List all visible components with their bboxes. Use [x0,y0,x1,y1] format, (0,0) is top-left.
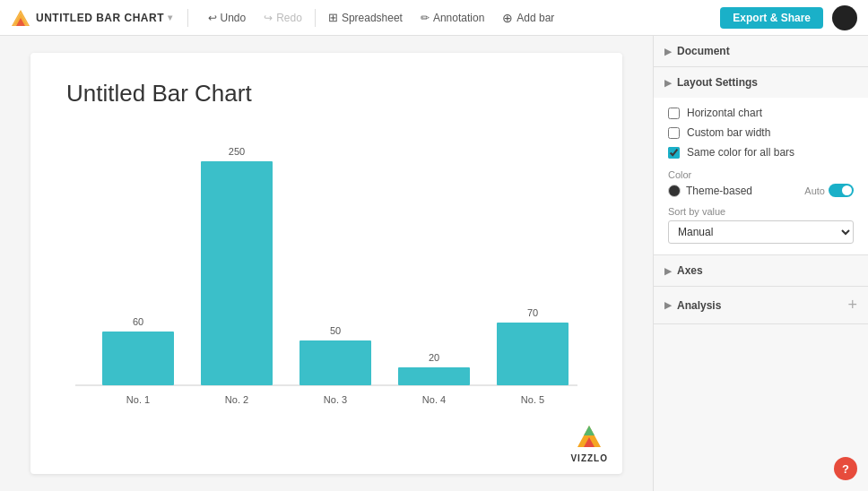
auto-toggle[interactable] [829,184,854,197]
user-avatar[interactable] [832,5,857,30]
bar-1[interactable] [102,332,174,385]
undo-icon: ↩ [208,12,217,24]
topbar-right: Export & Share [720,5,857,30]
chart-area: Untitled Bar Chart 60 No. 1 250 No. 2 [0,36,653,491]
sort-label: Sort by value [668,206,854,217]
main-layout: Untitled Bar Chart 60 No. 1 250 No. 2 [0,36,868,491]
vizzlo-branding: VIZZLO [570,423,608,463]
add-bar-button[interactable]: ⊕ Add bar [497,8,560,28]
chart-card: Untitled Bar Chart 60 No. 1 250 No. 2 [30,53,622,474]
value-label-2: 250 [229,146,245,157]
horizontal-chart-checkbox[interactable] [668,108,680,119]
horizontal-chart-row: Horizontal chart [668,103,854,123]
x-label-5: No. 5 [521,394,544,405]
same-color-label: Same color for all bars [687,146,794,159]
x-label-1: No. 1 [126,394,150,405]
auto-toggle-wrap: Auto [804,184,854,197]
analysis-label: Analysis [677,299,847,312]
undo-button[interactable]: ↩ Undo [203,9,252,27]
x-label-2: No. 2 [225,394,248,405]
same-color-checkbox[interactable] [668,147,680,159]
vizzlo-logo-text: VIZZLO [570,453,608,463]
document-section: ▶ Document [654,36,868,67]
document-label: Document [677,45,857,57]
horizontal-chart-label: Horizontal chart [687,107,762,119]
app-title: UNTITLED BAR CHART ▾ [36,12,173,24]
layout-settings-header[interactable]: ▶ Layout Settings [654,67,868,98]
export-button[interactable]: Export & Share [720,7,823,29]
custom-bar-width-label: Custom bar width [687,126,770,139]
color-swatch[interactable] [668,185,681,197]
same-color-row: Same color for all bars [668,142,854,162]
add-bar-icon: ⊕ [502,11,513,25]
analysis-chevron: ▶ [664,300,672,310]
layout-settings-section: ▶ Layout Settings Horizontal chart Custo… [654,67,868,255]
value-label-1: 60 [133,316,143,327]
title-dropdown-icon[interactable]: ▾ [168,13,173,22]
spreadsheet-icon: ⊞ [328,11,338,24]
redo-label: Redo [276,12,302,24]
color-left: Theme-based [668,185,752,197]
analysis-section: ▶ Analysis + [654,287,868,324]
title-text: UNTITLED BAR CHART [36,12,164,24]
vizzlo-brand-icon [575,423,603,452]
x-label-3: No. 3 [324,394,347,405]
axes-label: Axes [677,264,857,277]
value-label-3: 50 [330,325,341,336]
x-label-4: No. 4 [422,394,446,405]
color-label: Color [668,169,854,180]
topbar: UNTITLED BAR CHART ▾ ↩ Undo ↪ Redo ⊞ Spr… [0,0,868,36]
document-header[interactable]: ▶ Document [654,36,868,66]
annotation-icon: ✏ [421,12,430,24]
document-chevron: ▶ [664,47,672,56]
axes-section: ▶ Axes [654,255,868,287]
color-row: Theme-based Auto [668,184,854,197]
annotation-label: Annotation [433,12,484,24]
bar-4[interactable] [398,367,470,385]
custom-bar-width-checkbox[interactable] [668,127,680,139]
svg-marker-7 [584,426,595,435]
value-label-5: 70 [527,307,538,318]
bar-2[interactable] [201,161,273,385]
add-bar-label: Add bar [516,12,554,24]
value-label-4: 20 [429,352,439,363]
bar-chart-svg: 60 No. 1 250 No. 2 50 No. 3 20 No. 4 70 … [66,125,586,439]
layout-settings-label: Layout Settings [677,76,857,89]
spreadsheet-label: Spreadsheet [342,12,403,24]
redo-button[interactable]: ↪ Redo [258,9,308,27]
undo-label: Undo [221,12,247,24]
annotation-button[interactable]: ✏ Annotation [415,9,490,27]
auto-label: Auto [804,185,825,196]
analysis-header[interactable]: ▶ Analysis + [654,287,868,323]
layout-chevron: ▶ [664,78,672,88]
right-panel: ▶ Document ▶ Layout Settings Horizontal … [653,36,868,491]
topbar-actions: ↩ Undo ↪ Redo ⊞ Spreadsheet ✏ Annotation… [203,8,560,28]
sort-select[interactable]: Manual Ascending Descending [668,220,854,244]
layout-settings-content: Horizontal chart Custom bar width Same c… [654,98,868,254]
chart-title: Untitled Bar Chart [66,80,586,108]
vizzlo-icon [11,8,30,28]
divider-2 [315,9,316,27]
help-button[interactable]: ? [834,457,857,480]
custom-bar-width-row: Custom bar width [668,123,854,142]
divider-1 [187,9,188,27]
analysis-add-button[interactable]: + [847,296,857,314]
bar-3[interactable] [299,340,371,385]
axes-header[interactable]: ▶ Axes [654,255,868,286]
spreadsheet-button[interactable]: ⊞ Spreadsheet [323,8,408,27]
axes-chevron: ▶ [664,266,672,276]
logo[interactable]: UNTITLED BAR CHART ▾ [11,8,173,28]
redo-icon: ↪ [264,12,273,24]
bar-5[interactable] [497,323,569,385]
color-theme-label: Theme-based [686,185,752,197]
